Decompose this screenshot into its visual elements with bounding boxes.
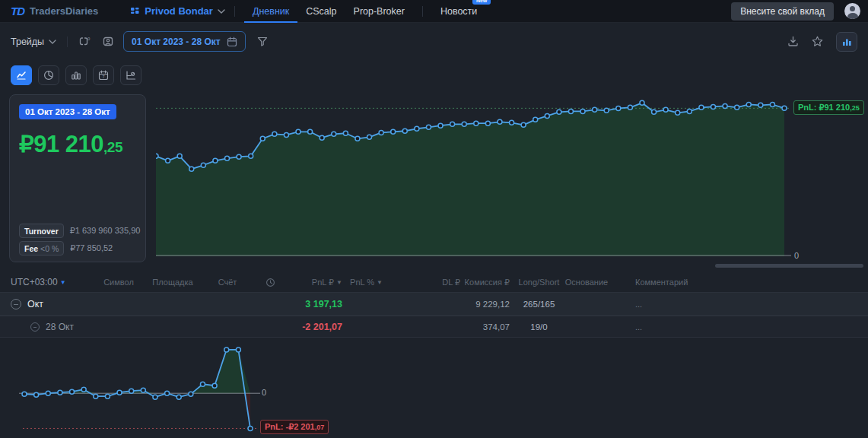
table-header: UTC+03:00▼ Символ Площадка Счёт PnL ₽▼ P… [0, 272, 868, 292]
chevron-down-icon [218, 9, 225, 14]
col-commission[interactable]: Комиссия ₽ [464, 278, 513, 287]
star-icon[interactable] [812, 36, 823, 47]
avatar[interactable] [844, 3, 860, 19]
workspace-name: Privod Bondar [145, 5, 213, 17]
summary-card: 01 Окт 2023 - 28 Окт ₽91 210,25 Turnover… [9, 94, 146, 262]
row-commission: 374,07 [464, 322, 513, 332]
line-chart-icon [16, 70, 27, 81]
tab-news[interactable]: Новости New [432, 0, 485, 23]
col-account[interactable]: Счёт [199, 278, 256, 287]
new-badge: New [472, 0, 491, 5]
chevron-down-icon: ▼ [60, 279, 66, 286]
divider [234, 6, 235, 17]
total-pnl-value: ₽91 210,25 [19, 130, 136, 158]
axis-point-icon [126, 70, 136, 81]
filter-icon[interactable] [257, 36, 268, 46]
main-pnl-label: PnL: ₽91 210,25 [793, 100, 864, 115]
workspace-icon [130, 6, 140, 16]
tab-cscalp[interactable]: CScalp [297, 0, 345, 23]
sort-icon: ▼ [377, 279, 383, 286]
sort-icon: ▼ [336, 279, 342, 286]
turnover-badge: Turnover [19, 224, 64, 238]
clock-icon [265, 278, 275, 287]
chart-type-toggles: 7 [11, 65, 141, 85]
tab-prop-broker[interactable]: Prop-Broker [345, 0, 413, 23]
col-symbol[interactable]: Символ [91, 278, 146, 287]
col-dl[interactable]: DL ₽ [386, 278, 464, 287]
chevron-down-icon [49, 40, 56, 44]
chart-view-button[interactable] [836, 32, 857, 52]
pie-chart-icon [43, 70, 54, 81]
trades-dropdown[interactable]: Трейды [11, 36, 56, 47]
detail-pnl-label: PnL: -₽2 201,07 [260, 420, 329, 434]
row-comment: ... [609, 300, 868, 309]
row-commission: 9 229,12 [464, 300, 513, 309]
collapse-icon[interactable] [11, 299, 21, 309]
bar-chart-icon [71, 70, 81, 81]
main-tabs: Дневник CScalp Prop-Broker Новости New [244, 0, 485, 23]
calendar-icon [227, 36, 237, 47]
col-exchange[interactable]: Площадка [146, 278, 199, 287]
toggle-calendar-view[interactable]: 7 [93, 65, 114, 85]
col-basis[interactable]: Основание [564, 278, 609, 287]
trades-table: UTC+03:00▼ Символ Площадка Счёт PnL ₽▼ P… [0, 272, 868, 338]
tab-diary[interactable]: Дневник [244, 0, 297, 23]
row-pnl: 3 197,13 [285, 299, 346, 309]
contribute-button[interactable]: Внесите свой вклад [731, 2, 834, 21]
account-card-icon[interactable] [102, 36, 114, 47]
fee-badge: Fee <0 % [19, 241, 64, 256]
col-pnl-pct[interactable]: PnL %▼ [346, 278, 386, 287]
navbar: TD TradersDiaries Privod Bondar Дневник … [0, 0, 868, 23]
chart-scrollbar[interactable] [715, 264, 863, 268]
main-pnl-chart[interactable] [156, 99, 791, 256]
col-pnl-rub[interactable]: PnL ₽▼ [285, 278, 346, 287]
toggle-drawdown-chart[interactable] [120, 65, 141, 85]
date-badge: 01 Окт 2023 - 28 Окт [19, 104, 116, 119]
row-comment: ... [609, 322, 868, 332]
brand-name: TradersDiaries [30, 5, 98, 17]
bar-chart-icon [841, 36, 853, 47]
col-long-short[interactable]: Long/Short [513, 278, 564, 287]
row-long-short: 265/165 [513, 300, 564, 309]
download-icon[interactable] [787, 36, 799, 47]
collapse-icon[interactable] [30, 322, 40, 332]
divider [67, 36, 68, 47]
app-logo-icon: TD [11, 5, 24, 17]
positions-icon[interactable]: 0 [78, 36, 91, 47]
svg-text:0: 0 [87, 36, 91, 41]
svg-text:7: 7 [102, 75, 104, 79]
toggle-pie-chart[interactable] [38, 65, 59, 85]
col-comment[interactable]: Комментарий [609, 278, 868, 287]
brand[interactable]: TD TradersDiaries [11, 5, 98, 17]
row-long-short: 19/0 [513, 322, 564, 332]
toggle-line-chart[interactable] [11, 65, 32, 85]
row-pnl: -2 201,07 [285, 322, 346, 332]
col-time[interactable] [256, 278, 285, 287]
toolbar: Трейды 0 01 Окт 2023 - 28 Окт [0, 24, 868, 59]
main-zero-label: 0 [794, 251, 799, 260]
table-row-month[interactable]: Окт 3 197,13 9 229,12 265/165 ... [0, 292, 868, 316]
detail-zero-label: 0 [262, 388, 266, 397]
table-row-day[interactable]: 28 Окт -2 201,07 374,07 19/0 ... [0, 316, 868, 338]
divider [422, 6, 423, 17]
workspace-selector[interactable]: Privod Bondar [130, 5, 225, 17]
turnover-value: ₽1 639 960 335,90 [70, 226, 141, 236]
fee-value: ₽77 850,52 [70, 243, 113, 253]
date-range-button[interactable]: 01 Окт 2023 - 28 Окт [123, 31, 246, 52]
calendar-icon: 7 [98, 70, 109, 81]
toggle-bar-chart[interactable] [65, 65, 87, 85]
timezone-dropdown[interactable]: UTC+03:00▼ [0, 277, 91, 287]
